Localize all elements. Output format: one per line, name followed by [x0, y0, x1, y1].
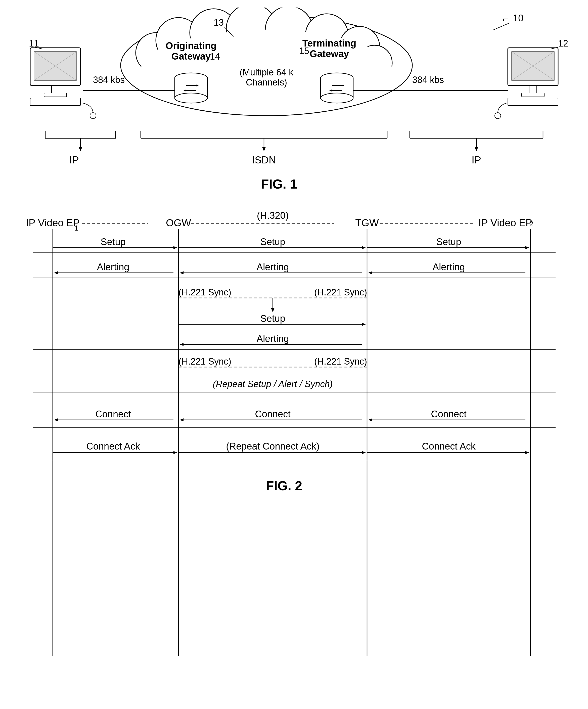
channel-label2: Channels): [246, 77, 287, 87]
svg-rect-37: [30, 98, 80, 106]
ep2-label: IP Video EP: [478, 217, 532, 228]
connect-ep1-label: Connect: [95, 409, 131, 419]
svg-marker-102: [368, 418, 372, 421]
connect-ack-ep1-label: Connect Ack: [86, 441, 140, 451]
fig1-label: FIG. 1: [261, 177, 297, 191]
svg-marker-93: [180, 343, 184, 346]
ep2-subscript: 2: [529, 219, 533, 228]
svg-marker-60: [262, 147, 266, 151]
originating-gateway-label: Originating: [166, 41, 217, 51]
terminating-gateway-label: Terminating: [302, 38, 356, 49]
alerting-inner-label: Alerting: [257, 333, 289, 344]
svg-marker-65: [475, 147, 478, 151]
svg-marker-98: [180, 418, 184, 421]
svg-marker-91: [362, 323, 366, 326]
ref-12: 12: [558, 38, 568, 49]
svg-point-17: [175, 93, 207, 103]
svg-rect-35: [52, 85, 59, 93]
svg-text:⌐: ⌐: [503, 14, 508, 24]
ogw-label: OGW: [166, 217, 191, 228]
svg-marker-89: [271, 308, 274, 312]
ep1-subscript: 1: [74, 224, 78, 232]
setup-inner-label: Setup: [260, 313, 285, 324]
svg-rect-45: [522, 93, 544, 97]
h320-label: (H.320): [257, 210, 289, 221]
svg-marker-76: [362, 246, 366, 249]
svg-marker-83: [180, 271, 184, 274]
svg-marker-81: [54, 271, 58, 274]
svg-rect-46: [508, 98, 558, 106]
fig1-diagram: 10 ⌐ 13 Originating Gateway 14 Terminati…: [15, 7, 573, 199]
channel-label: (Multiple 64 k: [240, 67, 294, 77]
connect-ep2-label: Connect: [431, 409, 466, 419]
svg-marker-105: [173, 451, 177, 454]
svg-marker-85: [368, 271, 372, 274]
alerting-2-label: Alerting: [257, 262, 289, 272]
bracket-middle-label: ISDN: [252, 154, 276, 165]
svg-marker-100: [54, 418, 58, 421]
h221-sync-1-label: (H.221 Sync): [179, 287, 231, 297]
svg-point-47: [495, 113, 501, 119]
ref-14: 14: [210, 51, 220, 61]
repeat-connect-ack-label: (Repeat Connect Ack): [226, 441, 320, 451]
bandwidth-left: 384 kbs: [93, 75, 125, 85]
svg-point-26: [321, 93, 353, 103]
ep1-label: IP Video EP: [26, 217, 80, 228]
ref-13: 13: [214, 17, 224, 28]
repeat-note-label: (Repeat Setup / Alert / Synch): [213, 379, 333, 389]
h221-sync-1-right: (H.221 Sync): [314, 287, 367, 297]
svg-marker-55: [79, 147, 82, 151]
svg-marker-74: [173, 246, 177, 249]
svg-marker-78: [526, 246, 529, 249]
svg-rect-36: [44, 93, 66, 97]
svg-rect-44: [529, 85, 537, 93]
originating-gateway-label2: Gateway: [171, 51, 211, 61]
alerting-1-label: Alerting: [97, 262, 130, 272]
ref-15: 15: [299, 46, 309, 56]
setup-2-label: Setup: [260, 237, 285, 247]
svg-point-38: [90, 113, 96, 119]
fig2-diagram: IP Video EP 1 OGW (H.320) TGW IP Video E…: [7, 209, 581, 702]
bracket-left-label: IP: [70, 154, 79, 165]
tgw-label: TGW: [355, 217, 379, 228]
connect-ogw-label: Connect: [255, 409, 291, 419]
ref-10: 10: [513, 13, 524, 23]
svg-marker-109: [526, 451, 529, 454]
h221-sync-2-label: (H.221 Sync): [179, 356, 231, 367]
page: 10 ⌐ 13 Originating Gateway 14 Terminati…: [0, 0, 588, 709]
connect-ack-ep2-label: Connect Ack: [422, 441, 476, 451]
setup-3-label: Setup: [436, 237, 461, 247]
fig2-label: FIG. 2: [266, 478, 302, 493]
setup-1-label: Setup: [101, 237, 126, 247]
bracket-right-label: IP: [472, 154, 481, 165]
alerting-3-label: Alerting: [433, 262, 465, 272]
bandwidth-right: 384 kbs: [412, 75, 444, 85]
ref-11: 11: [29, 38, 39, 49]
h221-sync-2-right: (H.221 Sync): [314, 356, 367, 367]
svg-marker-107: [362, 451, 366, 454]
terminating-gateway-label2: Gateway: [310, 49, 349, 59]
